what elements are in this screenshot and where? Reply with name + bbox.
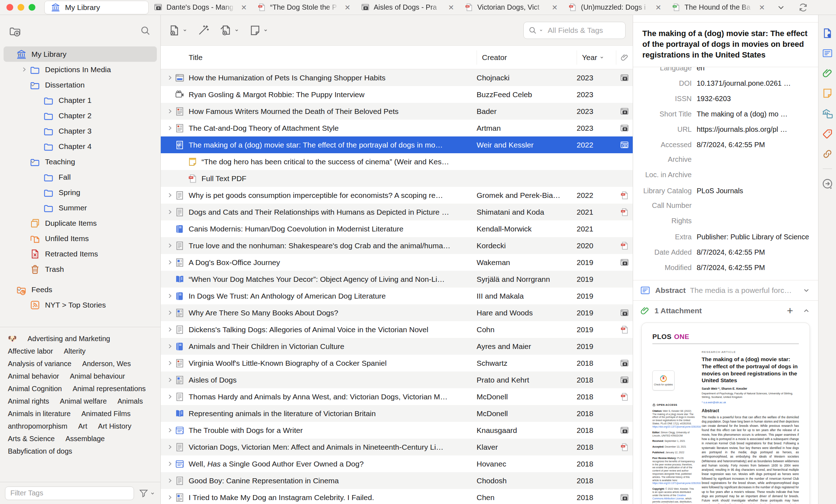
item-row[interactable]: Good Boy: Canine Representation in Cinem… bbox=[161, 472, 633, 489]
attachments-tab-icon[interactable] bbox=[821, 67, 833, 79]
twisty-open-icon[interactable] bbox=[5, 51, 16, 58]
libraries-collections-tab-icon[interactable] bbox=[821, 107, 834, 120]
child-item-row[interactable]: Full Text PDF bbox=[161, 170, 633, 187]
collection-row-feeds[interactable]: Feeds bbox=[4, 282, 157, 297]
twisty-closed-icon[interactable] bbox=[165, 460, 174, 467]
twisty-closed-icon[interactable] bbox=[165, 343, 174, 350]
tag-item[interactable]: Animated Films bbox=[81, 410, 131, 418]
tag-item[interactable]: Alterity bbox=[64, 348, 85, 355]
field-value[interactable]: 8/7/2024, 6:42:55 PM bbox=[697, 140, 818, 149]
twisty-closed-icon[interactable] bbox=[165, 125, 174, 131]
close-tab-icon[interactable]: ✕ bbox=[343, 3, 352, 12]
column-header-attachment[interactable] bbox=[616, 50, 633, 65]
reader-tab[interactable]: The Hound of the Ba ✕ bbox=[666, 0, 770, 15]
close-window-button[interactable] bbox=[6, 4, 13, 11]
tag-item[interactable]: Advertising and Marketing bbox=[28, 335, 110, 343]
tag-item[interactable]: Animal Cognition bbox=[8, 385, 62, 393]
column-header-title[interactable]: Title bbox=[165, 53, 477, 62]
collection-row-teaching[interactable]: Teaching bbox=[4, 154, 157, 169]
collection-row-chapter-1[interactable]: Chapter 1 bbox=[4, 93, 157, 108]
items-search-input[interactable]: All Fields & Tags bbox=[523, 22, 626, 39]
item-row[interactable]: Animals and Their Children in Victorian … bbox=[161, 338, 633, 355]
field-value[interactable]: 8/7/2024, 6:42:55 PM bbox=[697, 248, 818, 257]
field-value[interactable]: 1932-6203 bbox=[697, 94, 818, 103]
collection-row-duplicate-items[interactable]: Duplicate Items bbox=[4, 215, 157, 231]
item-row[interactable]: The making of a (dog) movie star: The ef… bbox=[161, 136, 633, 153]
item-row[interactable]: Virginia Woolf's Little-Known Biography … bbox=[161, 355, 633, 371]
zoom-window-button[interactable] bbox=[29, 4, 35, 11]
twisty-open-icon[interactable] bbox=[165, 141, 174, 148]
item-row[interactable]: True love and the nonhuman: Shakespeare'… bbox=[161, 237, 633, 254]
tag-item[interactable]: Animals in literature bbox=[8, 410, 71, 418]
twisty-closed-icon[interactable] bbox=[165, 192, 174, 199]
twisty-closed-icon[interactable] bbox=[165, 108, 174, 115]
item-row[interactable]: Canis Modernis: Human/Dog Coevolution in… bbox=[161, 220, 633, 237]
item-row[interactable]: Dogs and Cats and Their Relationships wi… bbox=[161, 204, 633, 220]
item-row[interactable]: Aisles of DogsPrato and Kehrt2018 bbox=[161, 371, 633, 388]
tag-filter-options[interactable] bbox=[138, 488, 155, 499]
collection-row-unfiled-items[interactable]: Unfiled Items bbox=[4, 231, 157, 246]
close-tab-icon[interactable]: ✕ bbox=[239, 3, 248, 12]
item-row[interactable]: A Dog's Box-Office JourneyWakeman2019 bbox=[161, 254, 633, 271]
close-tab-icon[interactable]: ✕ bbox=[447, 3, 456, 12]
child-item-row[interactable]: “The dog hero has been critical to the s… bbox=[161, 153, 633, 170]
item-row[interactable]: In Dogs We Trust: An Anthology of Americ… bbox=[161, 288, 633, 304]
notes-tab-icon[interactable] bbox=[821, 87, 833, 99]
collection-row-depictions-in-media[interactable]: Depictions In Media bbox=[4, 62, 157, 77]
tab-list-chevron-icon[interactable] bbox=[776, 3, 786, 12]
close-tab-icon[interactable]: ✕ bbox=[550, 3, 559, 12]
collection-row-dissertation[interactable]: Dissertation bbox=[4, 77, 157, 93]
tag-item[interactable]: Animal behavior bbox=[8, 373, 59, 380]
collection-row-nyt-top-stories[interactable]: NYT > Top Stories bbox=[4, 297, 157, 313]
abstract-section[interactable]: Abstract The media is a powerful forc… bbox=[633, 280, 818, 300]
twisty-open-icon[interactable] bbox=[19, 158, 29, 165]
tag-item[interactable]: Animals bbox=[118, 398, 143, 405]
tag-item[interactable]: Art History bbox=[98, 423, 131, 430]
info-tab-icon[interactable]: i bbox=[821, 27, 833, 39]
twisty-closed-icon[interactable] bbox=[165, 376, 174, 383]
field-value[interactable]: 10.1371/journal.pone.0261 … bbox=[697, 79, 818, 88]
field-value[interactable]: PLoS Journals bbox=[697, 186, 818, 195]
pdf-attachment-preview[interactable]: PLOSONE Check for updates OPEN ACCESS Ci bbox=[642, 323, 810, 504]
item-row[interactable]: Victorian Dogs, Victorian Men: Affect an… bbox=[161, 439, 633, 455]
reader-tab[interactable]: “The Dog Stole the P ✕ bbox=[252, 0, 355, 15]
tag-item[interactable]: Animal welfare bbox=[60, 398, 107, 405]
item-row[interactable]: How the Humanization of Pets Is Changing… bbox=[161, 69, 633, 86]
tag-item[interactable]: Arts & Science bbox=[8, 435, 55, 443]
field-value[interactable]: en bbox=[697, 67, 818, 73]
twisty-closed-icon[interactable] bbox=[165, 393, 174, 400]
add-attachment-plus-button[interactable]: + bbox=[787, 305, 793, 316]
twisty-closed-icon[interactable] bbox=[165, 494, 174, 501]
field-value[interactable]: Publisher: Public Library of Science bbox=[697, 232, 818, 241]
twisty-closed-icon[interactable] bbox=[165, 427, 174, 434]
item-row[interactable]: Dickens's Talking Dogs: Allegories of An… bbox=[161, 321, 633, 338]
collection-row-chapter-3[interactable]: Chapter 3 bbox=[4, 123, 157, 139]
close-tab-icon[interactable]: ✕ bbox=[757, 3, 766, 12]
collection-row-trash[interactable]: Trash bbox=[4, 261, 157, 277]
item-row[interactable]: Why is pet goods consumption imperceptib… bbox=[161, 187, 633, 204]
new-collection-icon[interactable] bbox=[7, 24, 23, 38]
field-value[interactable]: https://journals.plos.org/pl … bbox=[697, 125, 818, 134]
tags-tab-icon[interactable] bbox=[821, 128, 833, 140]
item-row[interactable]: Representing animals in the literature o… bbox=[161, 405, 633, 422]
new-item-button[interactable] bbox=[168, 24, 188, 37]
reader-tab[interactable]: Dante's Dogs - Mang ✕ bbox=[148, 0, 252, 15]
collection-row-my-library[interactable]: My Library bbox=[4, 46, 157, 62]
field-value[interactable]: The making of a (dog) mo … bbox=[697, 109, 818, 119]
collection-row-chapter-2[interactable]: Chapter 2 bbox=[4, 108, 157, 123]
reader-tab[interactable]: (Un)muzzled: Dogs i ✕ bbox=[563, 0, 666, 15]
column-header-creator[interactable]: Creator bbox=[477, 50, 577, 65]
twisty-closed-icon[interactable] bbox=[165, 259, 174, 266]
close-tab-icon[interactable]: ✕ bbox=[654, 3, 663, 12]
twisty-closed-icon[interactable] bbox=[165, 209, 174, 215]
item-row[interactable]: “When Your Dog Matches Your Decor”: Obje… bbox=[161, 271, 633, 288]
tag-item[interactable]: Anderson, Wes bbox=[82, 360, 131, 368]
collection-row-summer[interactable]: Summer bbox=[4, 200, 157, 215]
minimize-window-button[interactable] bbox=[18, 4, 24, 11]
item-row[interactable]: Why Are There So Many Books About Dogs?H… bbox=[161, 304, 633, 321]
tag-item[interactable]: Assemblage bbox=[65, 435, 105, 443]
twisty-closed-icon[interactable] bbox=[165, 444, 174, 450]
abstract-tab-icon[interactable] bbox=[821, 47, 833, 59]
tab-my-library[interactable]: My Library bbox=[45, 1, 148, 14]
tag-filter-input[interactable]: Filter Tags bbox=[5, 486, 134, 500]
